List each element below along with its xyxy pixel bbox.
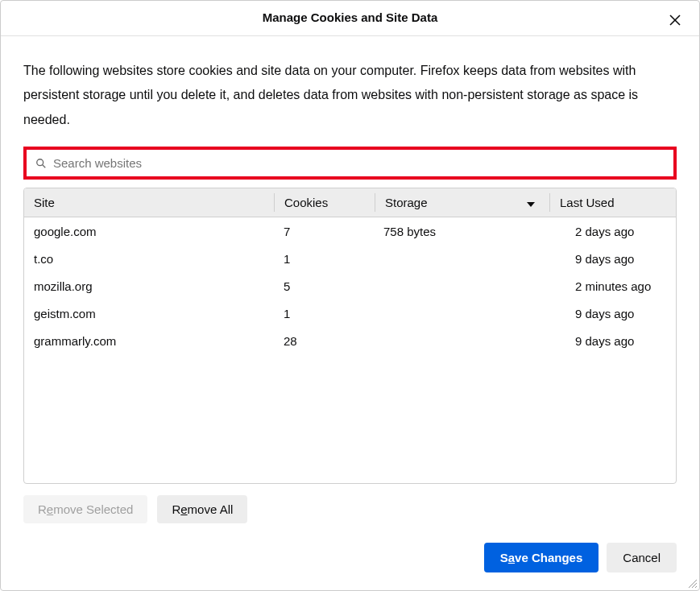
cell-last-used: 2 days ago <box>548 225 676 238</box>
dialog-header: Manage Cookies and Site Data <box>1 1 699 36</box>
cell-cookies: 5 <box>274 279 374 293</box>
remove-all-button[interactable]: Remove All <box>157 495 247 523</box>
cell-last-used: 9 days ago <box>548 334 676 348</box>
dialog-footer: Save Changes Cancel <box>1 528 699 590</box>
cell-site: google.com <box>24 225 274 238</box>
close-icon <box>669 14 681 30</box>
cell-cookies: 7 <box>274 225 374 238</box>
table-row[interactable]: t.co19 days ago <box>24 245 676 272</box>
cell-last-used: 9 days ago <box>548 252 676 266</box>
cell-site: grammarly.com <box>24 334 274 348</box>
cell-site: mozilla.org <box>24 279 274 293</box>
dialog-body: The following websites store cookies and… <box>1 36 699 528</box>
save-changes-button[interactable]: Save Changes <box>484 543 599 572</box>
cell-last-used: 2 minutes ago <box>548 279 676 293</box>
cell-cookies: 28 <box>274 334 374 348</box>
close-button[interactable] <box>665 12 685 31</box>
table-row[interactable]: google.com7758 bytes2 days ago <box>24 217 676 245</box>
svg-line-3 <box>43 164 46 167</box>
table-row[interactable]: grammarly.com289 days ago <box>24 327 676 354</box>
column-header-last-used[interactable]: Last Used <box>550 188 676 217</box>
remove-button-row: Remove Selected Remove All <box>23 495 677 523</box>
manage-cookies-dialog: Manage Cookies and Site Data The followi… <box>0 0 700 591</box>
dialog-description: The following websites store cookies and… <box>23 59 677 132</box>
cell-storage: 758 bytes <box>374 225 548 238</box>
table-row[interactable]: geistm.com19 days ago <box>24 300 676 327</box>
cell-cookies: 1 <box>274 307 374 320</box>
cell-cookies: 1 <box>274 252 374 266</box>
table-body: google.com7758 bytes2 days agot.co19 day… <box>24 217 676 354</box>
dialog-title: Manage Cookies and Site Data <box>263 10 438 24</box>
column-header-cookies[interactable]: Cookies <box>275 188 375 217</box>
cancel-button[interactable]: Cancel <box>607 543 677 572</box>
table-row[interactable]: mozilla.org52 minutes ago <box>24 272 676 300</box>
search-input[interactable] <box>53 156 665 170</box>
search-field-wrapper[interactable] <box>27 151 673 176</box>
resize-grip-icon[interactable] <box>686 577 698 589</box>
sites-table: Site Cookies Storage Last Used google.co… <box>23 188 677 484</box>
search-highlight-box <box>23 147 677 180</box>
cell-last-used: 9 days ago <box>548 307 676 320</box>
cell-site: geistm.com <box>24 307 274 320</box>
column-header-storage[interactable]: Storage <box>375 188 549 217</box>
column-header-site[interactable]: Site <box>24 188 274 217</box>
remove-selected-button[interactable]: Remove Selected <box>23 495 147 523</box>
cell-site: t.co <box>24 252 274 266</box>
svg-line-6 <box>695 586 697 588</box>
sort-descending-icon <box>527 196 535 209</box>
search-icon <box>35 158 47 169</box>
svg-point-2 <box>37 159 43 165</box>
table-header-row: Site Cookies Storage Last Used <box>24 188 676 217</box>
